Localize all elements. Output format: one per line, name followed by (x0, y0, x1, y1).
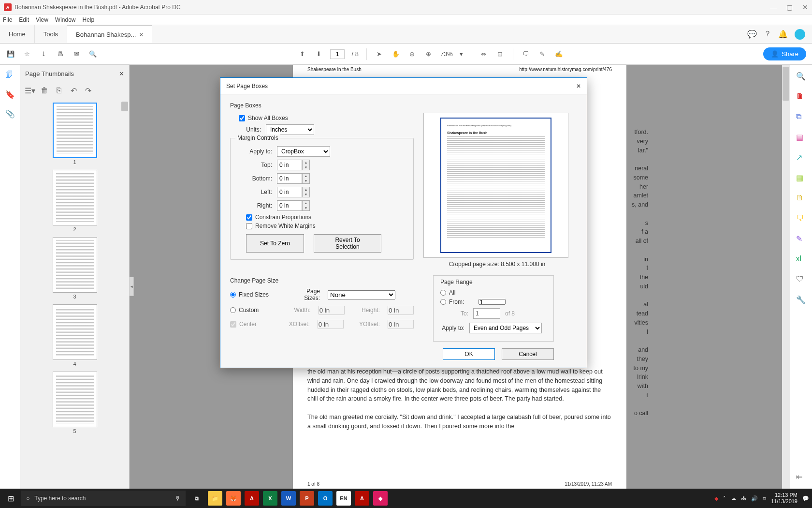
tb-endnote-icon[interactable]: EN (336, 491, 351, 506)
thumb-options-icon[interactable]: ☰▾ (25, 86, 35, 95)
zoom-dropdown-icon[interactable]: ▾ (460, 50, 463, 58)
mic-icon[interactable]: 🎙 (175, 495, 181, 502)
rr-export-icon[interactable]: ↗ (796, 153, 807, 164)
left-spinner[interactable]: ▲▼ (302, 187, 310, 197)
mail-icon[interactable]: ✉ (72, 49, 81, 59)
page-down-icon[interactable]: ⬇ (314, 49, 323, 59)
rr-excel-icon[interactable]: xl (796, 254, 807, 265)
menu-help[interactable]: Help (83, 16, 95, 23)
print-icon[interactable]: 🖶 (55, 49, 65, 59)
tray-volume-icon[interactable]: 🔊 (751, 495, 758, 502)
tb-acrobat2-icon[interactable]: A (355, 491, 369, 506)
avatar[interactable] (795, 29, 805, 40)
tb-powerpoint-icon[interactable]: P (300, 491, 314, 506)
tray-adobe-icon[interactable]: ◆ (714, 495, 718, 502)
custom-radio[interactable] (230, 307, 236, 313)
search-icon[interactable]: 🔍 (88, 49, 98, 59)
rr-combine-icon[interactable]: ⧉ (796, 112, 807, 123)
taskbar-search[interactable]: ○ Type here to search 🎙 (21, 491, 186, 506)
fit-page-icon[interactable]: ⊡ (495, 49, 505, 59)
star-icon[interactable]: ☆ (22, 49, 32, 59)
fixed-sizes-radio[interactable] (230, 292, 236, 298)
collapse-left-handle[interactable]: ◂ (130, 277, 134, 296)
tab-home[interactable]: Home (0, 25, 35, 43)
range-from-input[interactable] (478, 299, 506, 305)
thumb-insert-icon[interactable]: ⎘ (54, 86, 64, 95)
attachments-rail-icon[interactable]: 📎 (5, 109, 15, 119)
menu-view[interactable]: View (36, 16, 48, 23)
tab-close-icon[interactable]: × (140, 31, 144, 38)
dialog-close-icon[interactable]: ✕ (576, 83, 581, 90)
rr-comment-icon[interactable]: 🗎 (796, 194, 807, 204)
sign-icon[interactable]: ✍ (554, 49, 564, 59)
thumb-page-4[interactable]: 4 (53, 304, 97, 367)
tb-firefox-icon[interactable]: 🦊 (226, 491, 241, 506)
hand-icon[interactable]: ✋ (391, 49, 401, 59)
range-from-radio[interactable] (440, 299, 446, 305)
zoom-value[interactable]: 73% (440, 50, 453, 58)
thumb-rotate-ccw-icon[interactable]: ↶ (69, 86, 78, 95)
zoom-out-icon[interactable]: ⊖ (407, 49, 417, 59)
bell-icon[interactable]: 🔔 (778, 30, 788, 39)
page-sizes-select[interactable]: None (328, 290, 395, 299)
menu-window[interactable]: Window (55, 16, 76, 23)
thumb-rotate-cw-icon[interactable]: ↷ (83, 86, 93, 95)
close-button[interactable]: ✕ (802, 3, 808, 11)
thumb-page-1[interactable]: 1 (53, 103, 97, 165)
tray-network-icon[interactable]: 🖧 (741, 495, 746, 501)
start-button[interactable]: ⊞ (0, 494, 21, 503)
applyto-select[interactable]: CropBox (277, 146, 330, 157)
page-up-icon[interactable]: ⬆ (297, 49, 307, 59)
tb-word-icon[interactable]: W (281, 491, 296, 506)
tb-cc-icon[interactable]: ◆ (373, 491, 388, 506)
bottom-spinner[interactable]: ▲▼ (302, 173, 310, 184)
thumbnails-close-icon[interactable]: ✕ (119, 70, 124, 77)
sticky-note-icon[interactable]: 🗨 (521, 49, 531, 59)
rr-fill-sign-icon[interactable]: 🗨 (796, 214, 807, 224)
page-number-input[interactable] (330, 49, 345, 59)
tb-explorer-icon[interactable]: 📁 (208, 491, 222, 506)
tray-dropbox-icon[interactable]: ⧈ (763, 495, 766, 502)
tray-chevron-icon[interactable]: ˄ (723, 495, 726, 502)
menu-edit[interactable]: Edit (19, 16, 29, 23)
comment-icon[interactable]: 💬 (747, 30, 757, 39)
doc-scrollbar[interactable] (782, 65, 790, 489)
menu-file[interactable]: File (3, 16, 12, 23)
units-select[interactable]: Inches (266, 124, 314, 135)
rr-edit-pdf-icon[interactable]: ▤ (796, 133, 807, 143)
tab-document[interactable]: Bohannan Shakesp... × (67, 25, 152, 43)
tab-tools[interactable]: Tools (35, 25, 67, 43)
tray-cloud-icon[interactable]: ☁ (731, 495, 736, 502)
range-all-radio[interactable] (440, 290, 446, 296)
tray-notifications-icon[interactable]: 💬 (802, 495, 809, 502)
thumb-page-3[interactable]: 3 (53, 237, 97, 299)
zoom-in-icon[interactable]: ⊕ (424, 49, 434, 59)
share-button[interactable]: 👤 Share (763, 47, 806, 60)
rr-create-pdf-icon[interactable]: 🗎 (796, 92, 807, 103)
remove-white-checkbox[interactable] (246, 223, 252, 229)
bottom-input[interactable] (277, 173, 302, 184)
tb-acrobat-icon[interactable]: A (245, 491, 259, 506)
rr-expand-icon[interactable]: ⇤ (796, 472, 807, 483)
fit-width-icon[interactable]: ⇔ (479, 49, 489, 59)
thumb-delete-icon[interactable]: 🗑 (40, 86, 49, 95)
thumb-scrollbar[interactable] (121, 102, 128, 111)
rr-organize-icon[interactable]: ▦ (796, 173, 807, 184)
revert-button[interactable]: Revert To Selection (314, 234, 381, 253)
tray-clock[interactable]: 12:13 PM 11/13/2019 (771, 492, 798, 505)
tb-outlook-icon[interactable]: O (318, 491, 333, 506)
constrain-checkbox[interactable] (246, 214, 252, 221)
rr-search-icon[interactable]: 🔍 (796, 72, 807, 82)
cancel-button[interactable]: Cancel (502, 348, 554, 360)
help-icon[interactable]: ？ (764, 29, 771, 39)
cloud-icon[interactable]: ⤓ (39, 49, 48, 59)
top-spinner[interactable]: ▲▼ (302, 160, 310, 170)
range-apply-select[interactable]: Even and Odd Pages (469, 323, 542, 333)
highlight-icon[interactable]: ✎ (537, 49, 547, 59)
save-icon[interactable]: 💾 (6, 49, 15, 59)
rr-more-tools-icon[interactable]: 🔧 (796, 295, 807, 306)
show-all-boxes-checkbox[interactable] (239, 115, 245, 121)
thumb-page-2[interactable]: 2 (53, 170, 97, 232)
pointer-icon[interactable]: ➤ (375, 49, 384, 59)
top-input[interactable] (277, 160, 302, 170)
